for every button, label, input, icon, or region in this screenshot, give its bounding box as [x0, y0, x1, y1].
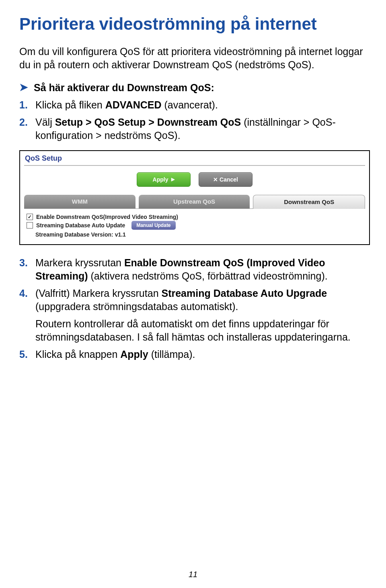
checkbox-row-auto-update[interactable]: Streaming Database Auto Update Manual Up… [27, 221, 363, 230]
step-2: 2. Välj Setup > QoS Setup > Downstream Q… [19, 116, 370, 142]
tab-upstream-qos[interactable]: Upstream QoS [139, 195, 250, 208]
step-bold: Streaming Database Auto Upgrade [161, 288, 327, 299]
step-text: Klicka på knappen [35, 349, 120, 360]
streaming-db-version: Streaming Database Version: v1.1 [35, 231, 363, 238]
step-text: Markera kryssrutan [35, 257, 124, 268]
apply-button-label: Apply [153, 176, 168, 183]
step-text: (uppgradera strömningsdatabas automatisk… [35, 301, 238, 312]
panel-title: QoS Setup [25, 154, 365, 163]
step-bold: ADVANCED [105, 99, 162, 110]
step-text: (Valfritt) Markera kryssrutan [35, 288, 161, 299]
tab-downstream-qos[interactable]: Downstream QoS [253, 195, 365, 209]
step-text: (tillämpa). [148, 349, 195, 360]
cancel-button-label: Cancel [220, 176, 238, 183]
intro-paragraph: Om du vill konfigurera QoS för att prior… [19, 45, 370, 71]
step-text: (aktivera nedströms QoS, förbättrad vide… [88, 270, 328, 282]
checkbox-label: Streaming Database Auto Update [36, 222, 125, 229]
step-bold: Apply [120, 349, 148, 360]
step-text: (avancerat). [162, 99, 218, 110]
bullet-triangle-icon: ➤ [19, 81, 28, 94]
play-icon: ▶ [171, 177, 175, 182]
checkbox-checked-icon[interactable]: ✓ [27, 214, 33, 220]
tab-wmm[interactable]: WMM [24, 195, 136, 208]
checkbox-label: Enable Downstream QoS(Improved Video Str… [36, 214, 178, 220]
qos-setup-figure: QoS Setup Apply ▶ ✕Cancel WMM Upstream Q… [19, 150, 370, 245]
step-bold: Setup > QoS Setup > Downstream QoS [55, 116, 241, 128]
close-icon: ✕ [213, 176, 218, 183]
apply-button[interactable]: Apply ▶ [137, 172, 191, 187]
step-4-followup: Routern kontrollerar då automatiskt om d… [35, 317, 370, 344]
step-text: Klicka på fliken [35, 99, 105, 110]
step-3: 3. Markera kryssrutan Enable Downstream … [19, 256, 370, 283]
step-number: 1. [19, 98, 35, 112]
cancel-button[interactable]: ✕Cancel [199, 172, 253, 187]
procedure-heading: ➤ Så här aktiverar du Downstream QoS: [19, 81, 370, 94]
page-number: 11 [0, 570, 386, 579]
procedure-heading-text: Så här aktiverar du Downstream QoS: [34, 81, 214, 94]
step-number: 2. [19, 116, 35, 142]
step-number: 5. [19, 348, 35, 361]
step-number: 3. [19, 256, 35, 283]
step-4: 4. (Valfritt) Markera kryssrutan Streami… [19, 287, 370, 313]
checkbox-row-enable-downstream[interactable]: ✓ Enable Downstream QoS(Improved Video S… [27, 214, 363, 220]
step-1: 1. Klicka på fliken ADVANCED (avancerat)… [19, 98, 370, 112]
step-number: 4. [19, 287, 35, 313]
page-title: Prioritera videoströmning på internet [19, 14, 370, 34]
step-5: 5. Klicka på knappen Apply (tillämpa). [19, 348, 370, 361]
checkbox-unchecked-icon[interactable] [27, 222, 33, 229]
divider [24, 165, 365, 166]
manual-update-button[interactable]: Manual Update [131, 221, 175, 230]
version-value: v1.1 [115, 231, 126, 238]
version-label: Streaming Database Version: [35, 231, 113, 238]
step-text: Välj [35, 116, 55, 128]
